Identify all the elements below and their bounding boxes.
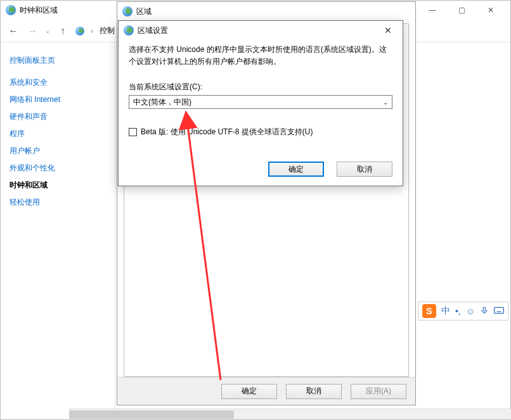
- breadcrumb-text[interactable]: 控制: [100, 25, 115, 36]
- up-button[interactable]: ↑: [56, 25, 69, 37]
- sidebar-item-user-accounts[interactable]: 用户帐户: [10, 146, 115, 156]
- region-settings-dialog: 区域设置 ✕ 选择在不支持 Unicode 的程序中显示文本时所使用的语言(系统…: [118, 20, 403, 186]
- region-window-title: 区域: [136, 6, 152, 17]
- back-button[interactable]: ←: [7, 25, 20, 37]
- ime-toolbar[interactable]: S 中 •, ☺: [418, 302, 508, 321]
- sogou-logo-icon[interactable]: S: [422, 304, 436, 318]
- region-titlebar: 区域: [117, 2, 415, 21]
- dialog-body: 选择在不支持 Unicode 的程序中显示文本时所使用的语言(系统区域设置)。这…: [119, 40, 403, 154]
- dialog-titlebar: 区域设置 ✕: [119, 21, 403, 40]
- sidebar-item-clock-region[interactable]: 时钟和区域: [10, 180, 115, 191]
- dialog-description: 选择在不支持 Unicode 的程序中显示文本时所使用的语言(系统区域设置)。这…: [129, 44, 392, 68]
- globe-icon: [6, 5, 16, 15]
- globe-icon: [122, 6, 133, 16]
- chevron-down-icon: ⌄: [383, 99, 388, 106]
- region-footer: 确定 取消 应用(A): [117, 377, 415, 405]
- sidebar-item-appearance[interactable]: 外观和个性化: [10, 163, 115, 174]
- close-button[interactable]: ✕: [476, 1, 505, 20]
- breadcrumb-globe-icon: [75, 27, 84, 35]
- history-dropdown[interactable]: ⌄: [45, 27, 50, 34]
- scrollbar-thumb[interactable]: [69, 410, 234, 419]
- sidebar-item-network-internet[interactable]: 网络和 Internet: [10, 94, 115, 105]
- svg-rect-2: [495, 307, 504, 313]
- keyboard-icon[interactable]: [494, 306, 504, 317]
- outer-caption-buttons: — ▢ ✕: [418, 1, 505, 20]
- breadcrumb-sep: ›: [91, 27, 93, 35]
- dialog-close-button[interactable]: ✕: [378, 23, 398, 38]
- dialog-footer: 确定 取消: [119, 154, 403, 186]
- outer-window-title: 时钟和区域: [20, 5, 58, 16]
- sidebar-item-ease-of-access[interactable]: 轻松使用: [10, 197, 115, 208]
- maximize-button[interactable]: ▢: [447, 1, 476, 20]
- beta-utf8-checkbox[interactable]: [129, 128, 137, 136]
- ime-emoji-button[interactable]: ☺: [466, 306, 475, 316]
- locale-combo[interactable]: 中文(简体，中国) ⌄: [129, 95, 392, 109]
- sidebar-item-programs[interactable]: 程序: [10, 129, 115, 139]
- dialog-cancel-button[interactable]: 取消: [337, 162, 392, 177]
- locale-combo-value: 中文(简体，中国): [133, 97, 191, 108]
- control-panel-home-link[interactable]: 控制面板主页: [10, 55, 115, 66]
- microphone-icon[interactable]: [480, 306, 489, 317]
- forward-button[interactable]: →: [26, 25, 39, 37]
- beta-utf8-row: Beta 版: 使用 Unicode UTF-8 提供全球语言支持(U): [129, 127, 392, 137]
- locale-combo-label: 当前系统区域设置(C):: [129, 82, 392, 92]
- minimize-button[interactable]: —: [418, 1, 447, 20]
- category-list: 系统和安全 网络和 Internet 硬件和声音 程序 用户帐户 外观和个性化 …: [10, 77, 115, 208]
- ime-punct-toggle[interactable]: •,: [455, 306, 461, 316]
- sidebar: 控制面板主页 系统和安全 网络和 Internet 硬件和声音 程序 用户帐户 …: [1, 42, 115, 419]
- dialog-title: 区域设置: [138, 25, 168, 36]
- dialog-ok-button[interactable]: 确定: [268, 162, 324, 177]
- globe-icon: [124, 25, 134, 35]
- svg-rect-1: [483, 307, 486, 310]
- region-apply-button[interactable]: 应用(A): [351, 384, 406, 399]
- ime-lang-toggle[interactable]: 中: [441, 305, 450, 317]
- sidebar-item-system-security[interactable]: 系统和安全: [10, 77, 115, 88]
- region-ok-button[interactable]: 确定: [221, 384, 277, 399]
- sidebar-item-hardware-sound[interactable]: 硬件和声音: [10, 111, 115, 122]
- horizontal-scrollbar[interactable]: [69, 409, 511, 419]
- region-cancel-button[interactable]: 取消: [286, 384, 342, 399]
- beta-utf8-label: Beta 版: 使用 Unicode UTF-8 提供全球语言支持(U): [141, 127, 313, 137]
